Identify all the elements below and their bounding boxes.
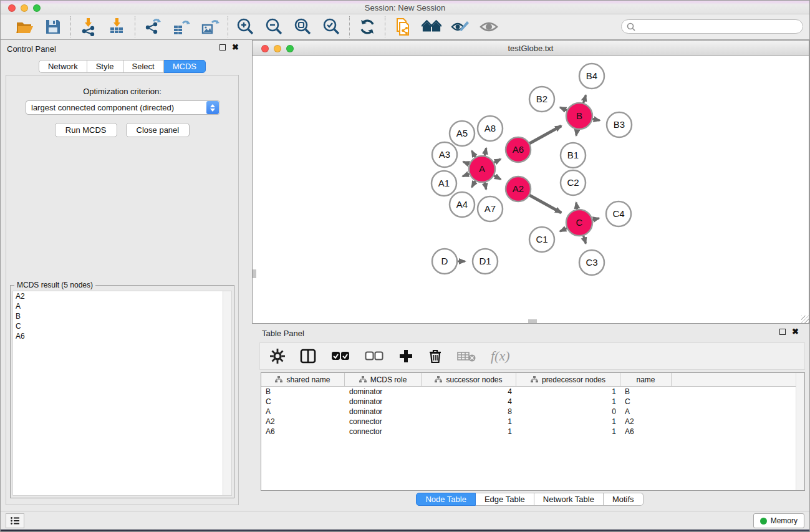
close-panel-icon[interactable]: ✖ bbox=[232, 44, 239, 51]
network-canvas[interactable]: AA1A2A3A4A5A6A7A8BB1B2B3B4CC1C2C3C4DD1 bbox=[253, 56, 809, 323]
network-horizontal-scrollbar[interactable] bbox=[528, 319, 537, 323]
table-cell[interactable]: B bbox=[620, 387, 672, 396]
table-cell[interactable]: 8 bbox=[422, 407, 516, 416]
memory-button[interactable]: Memory bbox=[753, 513, 804, 528]
mcds-result-item[interactable]: A2 bbox=[13, 291, 231, 301]
table-scrollbar[interactable] bbox=[796, 373, 804, 490]
search-field[interactable] bbox=[621, 19, 803, 34]
function-builder-icon[interactable]: f(x) bbox=[491, 348, 510, 364]
task-history-button[interactable] bbox=[6, 513, 24, 528]
export-network-icon[interactable] bbox=[143, 17, 163, 37]
graph-edge-A2-C[interactable] bbox=[529, 195, 561, 213]
table-row[interactable]: Cdominator41C bbox=[261, 397, 804, 407]
table-cell[interactable]: A bbox=[620, 407, 672, 416]
column-header-mcds-role[interactable]: MCDS role bbox=[345, 373, 422, 386]
column-header-predecessor-nodes[interactable]: predecessor nodes bbox=[516, 373, 620, 386]
table-cell[interactable]: 1 bbox=[516, 397, 620, 406]
table-cell[interactable]: 1 bbox=[516, 387, 620, 396]
column-header-shared-name[interactable]: shared name bbox=[261, 373, 345, 386]
column-header-name[interactable]: name bbox=[620, 373, 672, 386]
deselect-all-icon[interactable] bbox=[365, 351, 383, 361]
select-all-icon[interactable] bbox=[331, 351, 350, 361]
float-panel-icon[interactable] bbox=[219, 44, 226, 51]
table-cell[interactable]: A6 bbox=[620, 427, 672, 436]
import-network-icon[interactable] bbox=[79, 17, 99, 37]
table-row[interactable]: Bdominator41B bbox=[261, 387, 804, 397]
table-row[interactable]: A2connector11A2 bbox=[261, 417, 804, 427]
network-window-titlebar[interactable]: testGlobe.txt bbox=[253, 41, 809, 56]
table-cell[interactable]: A bbox=[261, 407, 345, 416]
table-cell[interactable]: 1 bbox=[516, 427, 620, 436]
zoom-selected-icon[interactable] bbox=[322, 17, 342, 37]
mcds-result-item[interactable]: B bbox=[13, 311, 231, 321]
eye-icon[interactable] bbox=[479, 17, 499, 37]
graph-node-A2[interactable]: A2 bbox=[506, 177, 531, 201]
tab-motifs[interactable]: Motifs bbox=[604, 493, 644, 506]
graph-node-A6[interactable]: A6 bbox=[506, 137, 531, 162]
column-header-successor-nodes[interactable]: successor nodes bbox=[422, 373, 516, 386]
table-cell[interactable]: dominator bbox=[345, 387, 422, 396]
table-cell[interactable]: 4 bbox=[422, 387, 516, 396]
graph-node-C3[interactable]: C3 bbox=[579, 250, 604, 275]
import-table-icon[interactable] bbox=[107, 17, 127, 37]
graph-edge-B-B4[interactable] bbox=[583, 95, 586, 104]
graph-node-C4[interactable]: C4 bbox=[606, 201, 631, 226]
graph-node-A5[interactable]: A5 bbox=[450, 121, 475, 146]
table-row[interactable]: A6connector11A6 bbox=[261, 427, 804, 437]
run-mcds-button[interactable]: Run MCDS bbox=[55, 123, 117, 137]
table-cell[interactable]: C bbox=[620, 397, 672, 406]
table-cell[interactable]: 4 bbox=[422, 397, 516, 406]
graph-node-A3[interactable]: A3 bbox=[432, 142, 457, 167]
table-row[interactable]: Adominator80A bbox=[261, 407, 804, 417]
graph-node-C2[interactable]: C2 bbox=[561, 170, 586, 195]
tab-style[interactable]: Style bbox=[87, 60, 123, 73]
home-icon[interactable] bbox=[422, 17, 441, 37]
table-cell[interactable]: 1 bbox=[516, 417, 620, 426]
network-vertical-scrollbar[interactable] bbox=[253, 269, 256, 278]
show-graphics-details-icon[interactable] bbox=[450, 17, 470, 37]
table-cell[interactable]: dominator bbox=[345, 397, 422, 406]
table-float-panel-icon[interactable] bbox=[779, 329, 786, 335]
table-cell[interactable]: A2 bbox=[261, 417, 345, 426]
graph-node-B4[interactable]: B4 bbox=[579, 64, 604, 89]
graph-edge-C-C3[interactable] bbox=[583, 235, 586, 243]
export-image-icon[interactable] bbox=[200, 17, 220, 37]
graph-node-B2[interactable]: B2 bbox=[529, 87, 554, 112]
network-graph[interactable]: AA1A2A3A4A5A6A7A8BB1B2B3B4CC1C2C3C4DD1 bbox=[253, 56, 809, 323]
table-close-panel-icon[interactable]: ✖ bbox=[792, 329, 799, 335]
table-cell[interactable]: 0 bbox=[516, 407, 620, 416]
tab-select[interactable]: Select bbox=[123, 60, 164, 73]
graph-node-A4[interactable]: A4 bbox=[450, 192, 475, 217]
save-session-icon[interactable] bbox=[43, 17, 63, 37]
delete-column-icon[interactable] bbox=[428, 349, 442, 364]
graph-node-A[interactable]: A bbox=[469, 156, 495, 182]
table-cell[interactable]: dominator bbox=[345, 407, 422, 416]
zoom-in-icon[interactable] bbox=[236, 17, 256, 37]
graph-node-D[interactable]: D bbox=[432, 249, 457, 274]
graph-node-A8[interactable]: A8 bbox=[478, 116, 503, 141]
add-column-icon[interactable] bbox=[398, 349, 413, 364]
tab-edge-table[interactable]: Edge Table bbox=[476, 493, 534, 506]
network-resize-grip[interactable] bbox=[801, 316, 809, 323]
open-file-icon[interactable] bbox=[14, 17, 34, 37]
graph-node-D1[interactable]: D1 bbox=[473, 249, 498, 274]
mcds-result-item[interactable]: A bbox=[13, 301, 231, 311]
tab-mcds[interactable]: MCDS bbox=[164, 60, 206, 73]
column-view-icon[interactable] bbox=[300, 349, 316, 364]
gear-icon[interactable] bbox=[270, 349, 285, 364]
criterion-dropdown[interactable]: largest connected component (directed) bbox=[26, 100, 220, 115]
graph-node-C1[interactable]: C1 bbox=[529, 227, 554, 252]
tab-node-table[interactable]: Node Table bbox=[416, 493, 476, 506]
graph-edge-A6-B[interactable] bbox=[529, 126, 561, 144]
tab-network-table[interactable]: Network Table bbox=[534, 493, 604, 506]
table-cell[interactable]: connector bbox=[345, 417, 422, 426]
search-input[interactable] bbox=[639, 22, 798, 31]
table-cell[interactable]: 1 bbox=[422, 427, 516, 436]
graph-node-B[interactable]: B bbox=[566, 103, 592, 129]
table-cell[interactable]: A2 bbox=[620, 417, 672, 426]
graph-node-B3[interactable]: B3 bbox=[607, 112, 632, 137]
table-cell[interactable]: A6 bbox=[261, 427, 345, 436]
zoom-fit-icon[interactable] bbox=[293, 17, 313, 37]
result-list-scrollbar[interactable] bbox=[223, 291, 231, 495]
mcds-result-list[interactable]: A2ABCA6 bbox=[12, 291, 232, 496]
